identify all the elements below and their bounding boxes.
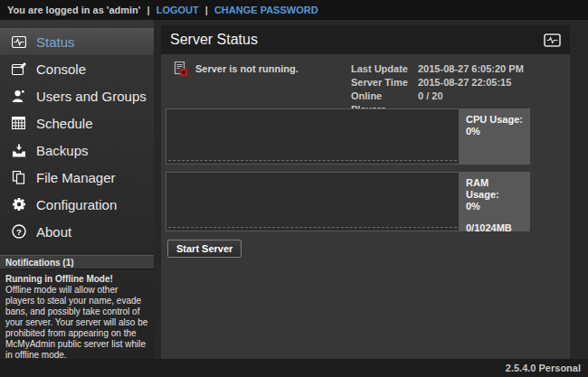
sidebar-item-label: Console	[36, 61, 86, 77]
info-label: Server Time	[351, 76, 418, 90]
sidebar-item-label: Configuration	[36, 197, 117, 212]
ram-usage-value: 0%	[466, 201, 524, 212]
server-status-message: Server is not running.	[195, 63, 299, 74]
change-password-link[interactable]: CHANGE PASSWORD	[214, 5, 318, 15]
graph-baseline	[168, 227, 457, 228]
sidebar-menu: Status Console Users and Groups Schedule	[0, 20, 154, 245]
logout-link[interactable]: LOGOUT	[156, 5, 199, 15]
info-label: Online Players	[351, 90, 418, 103]
console-icon	[11, 61, 26, 77]
cpu-usage-graph	[166, 108, 460, 165]
separator: |	[205, 5, 208, 15]
server-info: Last Update 2015-08-27 6:05:20 PM Server…	[351, 62, 524, 103]
info-value: 2015-08-27 22:05:15	[418, 76, 511, 90]
ram-usage-box: RAM Usage: 0% 0/1024MB	[460, 172, 530, 231]
sidebar: Status Console Users and Groups Schedule	[0, 20, 154, 359]
sidebar-item-schedule[interactable]: Schedule	[0, 109, 154, 137]
server-stopped-icon	[173, 61, 187, 76]
sidebar-item-label: Status	[36, 34, 75, 50]
notifications-panel: Notifications (1) Running in Offline Mod…	[0, 255, 154, 361]
sidebar-item-file-manager[interactable]: File Manager	[0, 164, 154, 191]
cpu-usage-value: 0%	[466, 126, 524, 137]
mcmyadmin-app: You are logged in as 'admin' | LOGOUT | …	[0, 0, 588, 377]
sidebar-item-console[interactable]: Console	[0, 55, 154, 82]
version-label: 2.5.4.0 Personal	[506, 363, 581, 373]
sidebar-item-status[interactable]: Status	[0, 28, 154, 55]
topbar: You are logged in as 'admin' | LOGOUT | …	[0, 0, 588, 20]
sidebar-item-label: File Manager	[36, 170, 116, 185]
info-value: 0 / 20	[418, 90, 443, 103]
info-row: Last Update 2015-08-27 6:05:20 PM	[351, 62, 524, 76]
server-status-panel: Server Status Server is not running. Las…	[161, 25, 570, 359]
info-row: Server Time 2015-08-27 22:05:15	[351, 76, 524, 90]
sidebar-item-backups[interactable]: Backups	[0, 137, 154, 164]
notification-text: Offline mode will allow other players to…	[5, 285, 148, 361]
page-title: Server Status	[170, 32, 544, 48]
backups-download-icon	[11, 143, 26, 158]
schedule-grid-icon	[11, 116, 26, 131]
status-monitor-icon	[11, 34, 26, 50]
footer: 2.5.4.0 Personal	[0, 359, 588, 377]
server-status-row: Server is not running.	[173, 61, 299, 76]
sidebar-item-about[interactable]: ? About	[0, 218, 154, 245]
sidebar-item-label: Schedule	[36, 116, 93, 131]
sidebar-item-users-and-groups[interactable]: Users and Groups	[0, 82, 154, 109]
sidebar-item-configuration[interactable]: Configuration	[0, 191, 154, 218]
start-server-button[interactable]: Start Server	[167, 240, 242, 258]
users-icon	[11, 89, 26, 104]
ram-usage-graph	[166, 172, 460, 231]
ram-usage-label: RAM Usage:	[466, 177, 524, 201]
separator: |	[147, 5, 150, 15]
notifications-header: Notifications (1)	[0, 255, 154, 269]
cpu-usage-label: CPU Usage:	[466, 114, 524, 126]
cpu-usage-box: CPU Usage: 0%	[460, 108, 530, 165]
info-row: Online Players 0 / 20	[351, 90, 524, 103]
panel-header: Server Status	[161, 25, 570, 54]
gear-icon	[11, 197, 26, 212]
svg-text:?: ?	[16, 227, 22, 237]
sidebar-item-label: Backups	[36, 143, 89, 158]
info-label: Last Update	[351, 62, 418, 76]
info-value: 2015-08-27 6:05:20 PM	[418, 62, 524, 76]
performance-graph-icon[interactable]	[544, 33, 561, 47]
notification-title: Running in Offline Mode!	[5, 274, 148, 285]
graph-baseline	[168, 160, 457, 161]
ram-usage-detail: 0/1024MB	[466, 222, 524, 234]
question-circle-icon: ?	[11, 224, 26, 240]
logged-in-text: You are logged in as 'admin'	[7, 5, 140, 15]
sidebar-item-label: About	[36, 224, 71, 240]
notification-item: Running in Offline Mode! Offline mode wi…	[0, 269, 154, 361]
sidebar-item-label: Users and Groups	[36, 89, 147, 104]
file-manager-icon	[11, 170, 26, 185]
